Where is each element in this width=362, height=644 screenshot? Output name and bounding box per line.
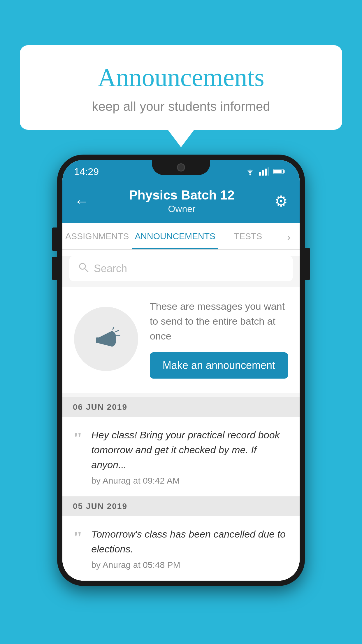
promo-icon-circle xyxy=(74,307,138,371)
wifi-icon xyxy=(245,167,255,176)
svg-rect-10 xyxy=(96,337,99,343)
svg-rect-2 xyxy=(262,170,264,176)
promo-description: These are messages you want to send to t… xyxy=(150,299,288,344)
announcement-item-1[interactable]: " Hey class! Bring your practical record… xyxy=(62,417,300,496)
header-title-group: Physics Batch 12 Owner xyxy=(129,188,235,214)
promo-right: These are messages you want to send to t… xyxy=(150,299,288,379)
date-separator-2: 05 JUN 2019 xyxy=(62,496,300,516)
bubble-arrow xyxy=(168,130,194,147)
search-bar[interactable]: Search xyxy=(69,256,293,281)
settings-icon[interactable]: ⚙ xyxy=(274,192,288,210)
tab-bar: ASSIGNMENTS ANNOUNCEMENTS TESTS › xyxy=(62,223,300,250)
announcement-content-2: Tomorrow's class has been cancelled due … xyxy=(91,527,289,570)
speech-bubble-wrapper: Announcements keep all your students inf… xyxy=(20,45,342,147)
search-placeholder: Search xyxy=(94,262,127,275)
phone-screen: 14:29 xyxy=(62,160,300,581)
quote-icon-1: " xyxy=(73,430,82,447)
announcement-text-2: Tomorrow's class has been cancelled due … xyxy=(91,527,289,556)
camera xyxy=(177,163,185,172)
announcement-content-1: Hey class! Bring your practical record b… xyxy=(91,428,289,486)
make-announcement-button[interactable]: Make an announcement xyxy=(150,352,288,379)
status-time: 14:29 xyxy=(74,166,99,177)
search-icon xyxy=(78,262,89,275)
svg-line-12 xyxy=(116,330,119,332)
announcement-item-2[interactable]: " Tomorrow's class has been cancelled du… xyxy=(62,516,300,581)
svg-rect-6 xyxy=(273,170,282,173)
tab-assignments[interactable]: ASSIGNMENTS xyxy=(62,223,132,249)
date-label-1: 06 JUN 2019 xyxy=(73,402,127,412)
app-header: ← Physics Batch 12 Owner ⚙ xyxy=(62,181,300,223)
quote-icon-2: " xyxy=(73,529,82,547)
phone-wrapper: 14:29 xyxy=(57,155,305,586)
status-icons xyxy=(245,167,285,176)
bubble-subtitle: keep all your students informed xyxy=(40,99,322,114)
signal-icon xyxy=(259,167,269,176)
content-area: Search xyxy=(62,256,300,581)
header-subtitle: Owner xyxy=(129,204,235,214)
announcement-author-1: by Anurag at 09:42 AM xyxy=(91,476,289,486)
tab-more[interactable]: › xyxy=(278,223,300,249)
bubble-title: Announcements xyxy=(40,63,322,92)
tab-tests[interactable]: TESTS xyxy=(218,223,278,249)
svg-line-9 xyxy=(85,269,88,272)
header-title: Physics Batch 12 xyxy=(129,188,235,202)
announcement-text-1: Hey class! Bring your practical record b… xyxy=(91,428,289,472)
svg-point-0 xyxy=(249,174,251,176)
announcement-author-2: by Anurag at 05:48 PM xyxy=(91,560,289,570)
speech-bubble-card: Announcements keep all your students inf… xyxy=(20,45,342,130)
svg-rect-3 xyxy=(265,169,267,176)
date-label-2: 05 JUN 2019 xyxy=(73,502,127,511)
svg-line-11 xyxy=(113,327,114,329)
promo-block: These are messages you want to send to t… xyxy=(62,287,300,393)
tab-announcements[interactable]: ANNOUNCEMENTS xyxy=(132,223,218,249)
date-separator-1: 06 JUN 2019 xyxy=(62,397,300,417)
svg-rect-7 xyxy=(284,170,285,173)
back-button[interactable]: ← xyxy=(74,194,89,209)
phone-notch xyxy=(152,160,210,175)
battery-icon xyxy=(273,168,285,175)
megaphone-icon xyxy=(90,323,122,355)
phone-outer: 14:29 xyxy=(57,155,305,586)
svg-rect-1 xyxy=(259,172,261,176)
svg-rect-4 xyxy=(268,167,269,176)
